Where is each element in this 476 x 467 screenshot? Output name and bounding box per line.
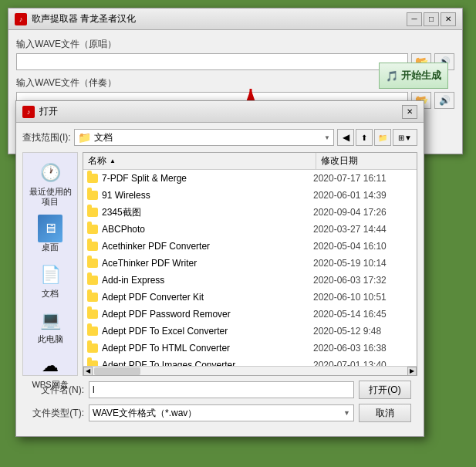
sort-icon: ▲ (110, 157, 116, 164)
filetype-combo-arrow-icon: ▼ (343, 409, 350, 417)
sidebar-label-desktop: 桌面 (42, 242, 59, 252)
start-button[interactable]: 🎵 开始生成 (379, 63, 448, 89)
file-date: 2020-05-19 10:14 (313, 258, 414, 269)
file-name: Adept PDF Password Remover (102, 309, 313, 320)
file-name: Acethinker PDF Converter (102, 241, 313, 252)
sidebar: 🕐 最近使用的项目 🖥 桌面 📄 文档 💻 此电脑 (22, 152, 78, 376)
filename-input[interactable] (89, 381, 354, 398)
file-date: 2020-05-14 16:45 (313, 309, 414, 320)
file-name: Adept PDF To HTML Converter (102, 343, 313, 354)
bottom-bar: 文件名(N): 打开(O) 文件类型(T): WAVE文件格式（*.wav） ▼… (22, 376, 417, 430)
location-bar: 查找范围(I): 📁 文档 ▼ ◀ ⬆ 📁 ⊞▼ (22, 129, 417, 146)
table-row[interactable]: Adept PDF Password Remover2020-05-14 16:… (83, 306, 417, 323)
up-button[interactable]: ⬆ (356, 129, 373, 146)
cancel-buttons: 取消 (359, 404, 411, 422)
folder-icon (86, 240, 99, 252)
file-list-header: 名称 ▲ 修改日期 (83, 153, 417, 170)
filetype-value: WAVE文件格式（*.wav） (93, 407, 343, 420)
table-row[interactable]: Adept PDF To Excel Converter2020-05-12 9… (83, 323, 417, 340)
filetype-row: 文件类型(T): WAVE文件格式（*.wav） ▼ 取消 (29, 404, 411, 422)
open-button[interactable]: 打开(O) (359, 381, 411, 399)
window-controls: ─ □ ✕ (407, 12, 456, 26)
table-row[interactable]: Add-in Express2020-06-03 17:32 (83, 272, 417, 289)
location-combo-text: 📁 文档 (78, 131, 324, 144)
table-row[interactable]: Acethinker PDF Converter2020-05-04 16:10 (83, 238, 417, 255)
scroll-thumb (94, 367, 140, 375)
cancel-button[interactable]: 取消 (359, 404, 411, 422)
documents-icon: 📄 (38, 262, 62, 287)
minimize-button[interactable]: ─ (407, 12, 422, 26)
dialog-title-text: 打开 (39, 105, 402, 118)
file-list-container: 名称 ▲ 修改日期 7-PDF Split & Merge2020-07-17 … (83, 152, 417, 376)
location-combo[interactable]: 📁 文档 ▼ (74, 129, 334, 146)
horizontal-scrollbar[interactable]: ◀ ▶ (83, 366, 417, 375)
close-button[interactable]: ✕ (441, 12, 456, 26)
music-note-icon: 🎵 (386, 70, 398, 82)
location-label: 查找范围(I): (22, 131, 71, 144)
table-row[interactable]: AceThinker PDF Writer2020-05-19 10:14 (83, 255, 417, 272)
file-name: Adept PDF Converter Kit (102, 292, 313, 303)
sidebar-item-recent[interactable]: 🕐 最近使用的项目 (25, 157, 76, 210)
folder-icon (86, 223, 99, 235)
file-pane: 🕐 最近使用的项目 🖥 桌面 📄 文档 💻 此电脑 (22, 152, 417, 376)
sidebar-label-documents: 文档 (42, 289, 59, 299)
file-name: AceThinker PDF Writer (102, 258, 313, 269)
folder-icon (86, 172, 99, 184)
col-name-header[interactable]: 名称 ▲ (83, 153, 316, 169)
file-name: ABCPhoto (102, 224, 313, 235)
open-buttons: 打开(O) (359, 381, 411, 399)
table-row[interactable]: Adept PDF To HTML Converter2020-06-03 16… (83, 340, 417, 357)
file-name: Adept PDF To Excel Converter (102, 326, 313, 337)
folder-icon (86, 274, 99, 286)
col-date-header[interactable]: 修改日期 (316, 153, 417, 169)
location-value: 文档 (94, 131, 113, 144)
sidebar-item-desktop[interactable]: 🖥 桌面 (25, 213, 76, 255)
table-row[interactable]: 7-PDF Split & Merge2020-07-17 16:11 (83, 170, 417, 187)
speaker-button-2[interactable]: 🔊 (434, 92, 454, 109)
nav-buttons: ◀ ⬆ 📁 ⊞▼ (337, 129, 417, 146)
desktop-icon: 🖥 (38, 216, 62, 241)
table-row[interactable]: Adept PDF To Images Converter2020-07-01 … (83, 357, 417, 366)
table-row[interactable]: Adept PDF Converter Kit2020-06-10 10:51 (83, 289, 417, 306)
file-list[interactable]: 7-PDF Split & Merge2020-07-17 16:1191 Wi… (83, 170, 417, 366)
table-row[interactable]: 91 Wireless2020-06-01 14:39 (83, 187, 417, 204)
file-date: 2020-03-27 14:44 (313, 224, 414, 235)
wave-input-1[interactable] (16, 53, 408, 70)
file-name: Adept PDF To Images Converter (102, 360, 313, 366)
dialog-close-button[interactable]: ✕ (402, 105, 417, 119)
col-name-text: 名称 (88, 154, 106, 168)
sidebar-item-documents[interactable]: 📄 文档 (25, 259, 76, 302)
file-name: 2345截图 (102, 206, 313, 219)
new-folder-button[interactable]: 📁 (374, 129, 391, 146)
dialog-icon: ♪ (22, 106, 35, 118)
scroll-left-button[interactable]: ◀ (83, 367, 93, 376)
file-name: 7-PDF Split & Merge (102, 173, 313, 184)
filename-row: 文件名(N): 打开(O) (29, 381, 411, 399)
file-date: 2020-07-17 16:11 (313, 173, 414, 184)
view-button[interactable]: ⊞▼ (393, 129, 417, 146)
sidebar-label-computer: 此电脑 (38, 334, 63, 344)
folder-icon (86, 325, 99, 337)
maximize-button[interactable]: □ (424, 12, 439, 26)
dialog-title-bar: ♪ 打开 ✕ (16, 101, 424, 123)
file-date: 2020-05-04 16:10 (313, 241, 414, 252)
file-name: 91 Wireless (102, 190, 313, 201)
col-date-text: 修改日期 (321, 154, 358, 168)
filetype-combo[interactable]: WAVE文件格式（*.wav） ▼ (89, 404, 354, 421)
folder-icon (86, 206, 99, 218)
table-row[interactable]: 2345截图2020-09-04 17:26 (83, 204, 417, 221)
app-icon: ♪ (15, 13, 27, 25)
folder-icon (86, 342, 99, 354)
sidebar-item-computer[interactable]: 💻 此电脑 (25, 305, 76, 347)
main-title-bar: ♪ 歌声提取器 青龙圣者汉化 ─ □ ✕ (8, 8, 462, 30)
scroll-track (93, 367, 407, 375)
back-button[interactable]: ◀ (337, 129, 354, 146)
table-row[interactable]: ABCPhoto2020-03-27 14:44 (83, 221, 417, 238)
scroll-right-button[interactable]: ▶ (407, 367, 417, 376)
file-name: Add-in Express (102, 275, 313, 286)
file-date: 2020-06-01 14:39 (313, 190, 414, 201)
main-title: 歌声提取器 青龙圣者汉化 (32, 12, 407, 25)
filetype-label: 文件类型(T): (29, 407, 84, 420)
wps-icon: ☁ (38, 354, 62, 378)
folder-icon (86, 257, 99, 269)
